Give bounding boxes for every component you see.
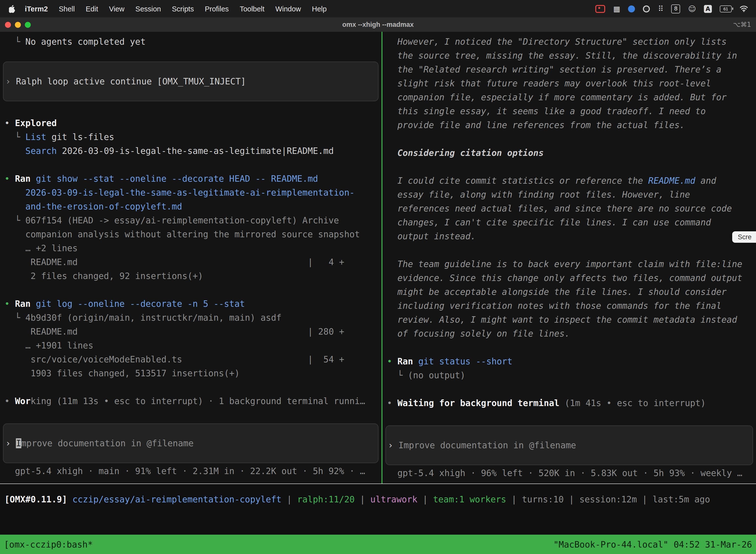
terminal-line: › Improve documentation in @filename xyxy=(3,436,378,450)
title-bar[interactable]: omx --xhigh --madmax ⌥⌘1 xyxy=(0,17,756,32)
session-status: gpt-5.4 xhigh · main · 91% left · 2.31M … xyxy=(0,464,381,478)
terminal-line: └ 4b9d30f (origin/main, instructkr/main,… xyxy=(0,311,381,325)
terminal-line: README.md| 4 + xyxy=(0,255,381,269)
git-log-block: • Ran git log --oneline --decorate -n 5 … xyxy=(0,297,381,380)
terminal-line: the "Related research writing" section i… xyxy=(382,63,756,76)
terminal-line: companion analysis without altering the … xyxy=(0,227,381,241)
terminal-line: of focusing solely on file lines. xyxy=(382,327,756,340)
terminal-line: The team guideline is to back every impo… xyxy=(382,257,756,271)
close-button[interactable] xyxy=(5,21,11,27)
traffic-lights xyxy=(5,21,31,27)
terminal-line: • Working (11m 13s • esc to interrupt) ·… xyxy=(0,394,381,408)
command-input[interactable]: › Improve documentation in @filename xyxy=(385,426,753,465)
window-title: omx --xhigh --madmax xyxy=(0,21,756,28)
terminal-line: However, I noticed the "Directory Struct… xyxy=(382,35,756,49)
terminal-line: • Explored xyxy=(0,116,381,130)
command-input[interactable]: › Improve documentation in @filename xyxy=(3,424,378,463)
menu-item-toolbelt[interactable]: Toolbelt xyxy=(234,5,270,13)
terminal-line: └ No agents completed yet xyxy=(0,35,381,49)
key-8-icon[interactable]: 8 xyxy=(672,4,680,13)
agents-status: └ No agents completed yet xyxy=(0,35,381,49)
terminal-line: output instead. xyxy=(382,229,756,243)
explored-block: • Explored └ List git ls-files Search 20… xyxy=(0,116,381,158)
terminal-line: slight risk that future readers may over… xyxy=(382,76,756,90)
tmux-session-label: [omx-cczip0:bash* xyxy=(4,539,93,549)
terminal-line: gpt-5.4 xhigh · 96% left · 520K in · 5.8… xyxy=(382,466,756,480)
reasoning-paragraph: However, I noticed the "Directory Struct… xyxy=(382,35,756,132)
terminal-line: including verification notes with those … xyxy=(382,299,756,313)
terminal-line: provide file and line references from th… xyxy=(382,118,756,132)
ralph-loop-banner: › Ralph loop active continue [OMX_TMUX_I… xyxy=(3,62,378,101)
omx-status-line: [OMX#0.11.9] cczip/essay/ai-reimplementa… xyxy=(0,492,756,506)
terminal-line: this single essay, it seems like a good … xyxy=(382,104,756,118)
tmux-host-clock: "MacBook-Pro-44.local" 04:52 31-Mar-26 xyxy=(553,539,752,549)
terminal-line: Search 2026-03-09-is-legal-the-same-as-l… xyxy=(0,144,381,158)
terminal-line: essay file, along with finding root file… xyxy=(382,188,756,202)
terminal-line: src/voice/voiceModeEnabled.ts| 54 + xyxy=(0,352,381,366)
grid-app-icon[interactable]: ▦ xyxy=(613,4,620,13)
menu-item-view[interactable]: View xyxy=(104,5,130,13)
menu-status-icons: ▦⠿8☺A61 xyxy=(595,4,748,13)
terminal-line: references need actual files, and since … xyxy=(382,202,756,215)
terminal-line: and-the-erosion-of-copyleft.md xyxy=(0,200,381,214)
desktop: iTerm2ShellEditViewSessionScriptsProfile… xyxy=(0,0,756,554)
apple-logo-icon xyxy=(9,5,15,13)
waiting-status: • Waiting for background terminal (1m 41… xyxy=(382,396,756,410)
menu-item-edit[interactable]: Edit xyxy=(80,5,104,13)
blue-app-icon[interactable] xyxy=(628,5,635,12)
apple-menu[interactable] xyxy=(5,5,19,13)
reasoning-paragraph: I could cite commit statistics or refere… xyxy=(382,174,756,243)
dark-app-icon[interactable] xyxy=(643,5,650,12)
menu-item-session[interactable]: Session xyxy=(130,5,167,13)
terminal-line: review. Also, I might want to inspect th… xyxy=(382,313,756,327)
tmux-status-bar: [omx-cczip0:bash* "MacBook-Pro-44.local"… xyxy=(0,535,756,554)
terminal-line: 2026-03-09-is-legal-the-same-as-legitima… xyxy=(0,186,381,200)
terminal-line: • Waiting for background terminal (1m 41… xyxy=(382,396,756,410)
menu-items: iTerm2ShellEditViewSessionScriptsProfile… xyxy=(19,5,332,13)
git-status-block: • Ran git status --short └ (no output) xyxy=(382,354,756,382)
battery-icon[interactable]: 61 xyxy=(720,5,732,12)
screen-recording-icon[interactable] xyxy=(595,5,605,13)
menu-item-scripts[interactable]: Scripts xyxy=(167,5,199,13)
terminal-line: gpt-5.4 xhigh · main · 91% left · 2.31M … xyxy=(0,464,381,478)
terminal-line: … +2 lines xyxy=(0,241,381,255)
window-shortcut-hint: ⌥⌘1 xyxy=(733,21,751,28)
menu-bar: iTerm2ShellEditViewSessionScriptsProfile… xyxy=(0,0,756,17)
zoom-button[interactable] xyxy=(25,21,31,27)
terminal-line: … +1901 lines xyxy=(0,339,381,352)
omx-status-bar: [OMX#0.11.9] cczip/essay/ai-reimplementa… xyxy=(0,484,756,517)
reasoning-paragraph: The team guideline is to back every impo… xyxy=(382,257,756,340)
emoji-app-icon[interactable]: ☺ xyxy=(688,4,696,13)
terminal-line: › Ralph loop active continue [OMX_TMUX_I… xyxy=(3,74,378,88)
terminal-line: • Ran git show --stat --oneline --decora… xyxy=(0,172,381,186)
menu-item-window[interactable]: Window xyxy=(270,5,306,13)
reasoning-heading: Considering citation options xyxy=(382,146,756,160)
terminal-line: • Ran git status --short xyxy=(382,354,756,368)
terminal-line: README.md| 280 + xyxy=(0,325,381,339)
terminal-line: evidence. Since this change only affects… xyxy=(382,271,756,285)
wifi-icon[interactable] xyxy=(740,4,748,13)
terminal-line: 2 files changed, 92 insertions(+) xyxy=(0,269,381,283)
menu-item-iterm2[interactable]: iTerm2 xyxy=(19,5,53,13)
right-terminal-pane[interactable]: However, I noticed the "Directory Struct… xyxy=(382,32,756,484)
terminal-window: └ No agents completed yet› Ralph loop ac… xyxy=(0,32,756,484)
terminal-line: └ (no output) xyxy=(382,368,756,382)
terminal-line: • Ran git log --oneline --decorate -n 5 … xyxy=(0,297,381,311)
input-source-icon[interactable]: A xyxy=(704,5,712,13)
working-status: • Working (11m 13s • esc to interrupt) ·… xyxy=(0,394,381,408)
terminal-line: changes, I can't cite specific file line… xyxy=(382,215,756,229)
menu-item-help[interactable]: Help xyxy=(307,5,332,13)
minimize-button[interactable] xyxy=(15,21,21,27)
session-status: gpt-5.4 xhigh · 96% left · 520K in · 5.8… xyxy=(382,466,756,480)
terminal-line: └ List git ls-files xyxy=(0,130,381,144)
screen-share-indicator[interactable]: Scre xyxy=(732,231,756,243)
terminal-line: └ 067f154 (HEAD -> essay/ai-reimplementa… xyxy=(0,214,381,227)
terminal-line: Considering citation options xyxy=(382,146,756,160)
menu-item-shell[interactable]: Shell xyxy=(53,5,80,13)
terminal-line: I could cite commit statistics or refere… xyxy=(382,174,756,188)
menu-item-profiles[interactable]: Profiles xyxy=(199,5,234,13)
launchpad-icon[interactable]: ⠿ xyxy=(658,4,664,13)
terminal-line: companion file, especially if more comme… xyxy=(382,90,756,104)
left-terminal-pane[interactable]: └ No agents completed yet› Ralph loop ac… xyxy=(0,32,381,484)
terminal-line: the source tree, missing the essay. Stil… xyxy=(382,49,756,63)
